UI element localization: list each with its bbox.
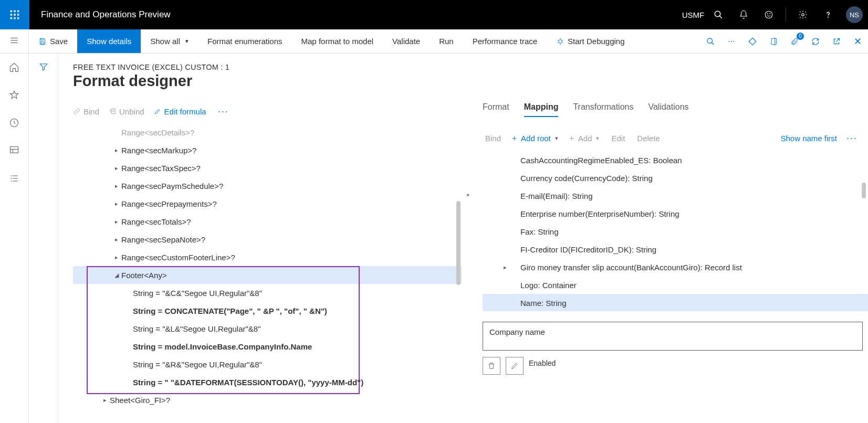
toolbar-diamond-icon[interactable] (742, 29, 763, 54)
bind-button[interactable]: Bind (73, 107, 99, 116)
toolbar-close-icon[interactable]: ✕ (847, 29, 868, 54)
left-pane-toolbar: Bind Unbind Edit formula ··· (73, 102, 462, 120)
tree-row[interactable]: String = "&R&"Segoe UI,Regular"&8" (73, 355, 462, 373)
workspace-icon[interactable] (9, 145, 19, 158)
right-tabs: Format Mapping Transformations Validatio… (483, 102, 868, 121)
svg-line-22 (558, 40, 559, 40)
toolbar-popout-icon[interactable] (826, 29, 847, 54)
tree-row[interactable]: String = CONCATENATE("Page", " &P ", "of… (73, 302, 462, 320)
right-toolbar-more-icon[interactable]: ··· (846, 133, 868, 144)
run-button[interactable]: Run (430, 29, 463, 53)
tree-row[interactable]: String = "&L&"Segoe UI,Regular"&8" (73, 320, 462, 337)
toolbar-attachment-icon[interactable]: 0 (784, 29, 805, 54)
show-name-first-button[interactable]: Show name first (780, 134, 837, 143)
left-toolbar-more-icon[interactable]: ··· (216, 106, 231, 117)
enabled-label: Enabled (529, 357, 556, 367)
start-debugging-button[interactable]: Start Debugging (547, 29, 634, 53)
tree-row[interactable]: ▸Range<secPaymSchedule>? (73, 177, 462, 195)
clock-icon[interactable] (9, 118, 19, 131)
filter-icon[interactable] (39, 62, 48, 423)
svg-point-20 (559, 39, 562, 43)
company-name-field[interactable]: Company name (483, 322, 863, 351)
home-icon[interactable] (9, 62, 19, 75)
performance-trace-button[interactable]: Performance trace (463, 29, 547, 53)
tree-row[interactable]: ▸Range<secMarkup>? (73, 141, 462, 159)
left-scrollbar[interactable] (456, 201, 461, 285)
field-edit-button[interactable] (506, 357, 524, 375)
avatar[interactable]: NS (846, 6, 863, 23)
svg-line-24 (558, 42, 559, 43)
add-button[interactable]: ＋Add▾ (568, 133, 600, 143)
modules-icon[interactable] (9, 173, 19, 186)
tab-format[interactable]: Format (483, 102, 509, 116)
tree-row[interactable]: ▸Range<secTaxSpec>? (73, 159, 462, 177)
mapping-row[interactable]: ▸Giro money transfer slip account(BankAc… (483, 258, 868, 276)
svg-point-9 (715, 11, 720, 17)
mapping-row[interactable]: Logo: Container (483, 276, 868, 294)
format-enumerations-button[interactable]: Format enumerations (198, 29, 292, 53)
star-icon[interactable] (9, 90, 19, 103)
tab-mapping[interactable]: Mapping (524, 102, 559, 117)
tab-transformations[interactable]: Transformations (573, 102, 633, 116)
tree-row[interactable]: String = model.InvoiceBase.CompanyInfo.N… (73, 337, 462, 355)
toolbar-search-icon[interactable] (700, 29, 721, 54)
mapping-row[interactable]: FI-Creditor ID(FICreditorID_DK): String (483, 240, 868, 258)
toolbar-office-icon[interactable] (763, 29, 784, 54)
tab-validations[interactable]: Validations (648, 102, 688, 116)
toolbar-more-icon[interactable]: ··· (721, 29, 742, 54)
tree-row[interactable]: String = " "&DATEFORMAT(SESSIONTODAY(), … (73, 373, 462, 391)
tree-row[interactable]: ▸Range<secSepaNote>? (73, 230, 462, 248)
mapping-row[interactable]: Name: String (483, 294, 868, 311)
nav-toggle-icon[interactable] (9, 36, 19, 47)
search-icon[interactable] (706, 0, 731, 29)
svg-rect-0 (11, 10, 12, 12)
tree-row[interactable]: ▸Range<secPrepayments>? (73, 195, 462, 213)
smile-icon[interactable] (756, 0, 781, 29)
mapping-tree[interactable]: CashAccountingRegimeEnabled_ES: BooleanC… (483, 151, 868, 311)
filter-column (29, 54, 58, 423)
unbind-button[interactable]: Unbind (109, 107, 144, 116)
tree-row[interactable]: Range<secDetails>? (73, 123, 462, 141)
help-icon[interactable] (815, 0, 841, 29)
validate-button[interactable]: Validate (383, 29, 430, 53)
mapping-row[interactable]: E-mail(Email): String (483, 187, 868, 205)
mapping-row[interactable]: CashAccountingRegimeEnabled_ES: Boolean (483, 151, 868, 169)
format-tree[interactable]: Range<secDetails>?▸Range<secMarkup>?▸Ran… (73, 123, 462, 423)
right-scrollbar[interactable] (862, 183, 866, 198)
bell-icon[interactable] (731, 0, 756, 29)
edit-formula-button[interactable]: Edit formula (154, 107, 206, 116)
show-details-button[interactable]: Show details (77, 29, 141, 53)
svg-rect-2 (17, 10, 19, 12)
svg-line-28 (712, 43, 714, 45)
map-format-button[interactable]: Map format to model (292, 29, 383, 53)
svg-rect-30 (11, 147, 18, 153)
mapping-row[interactable]: Fax: String (483, 223, 868, 240)
svg-point-13 (770, 13, 770, 14)
right-pane-toolbar: Bind ＋Add root▾ ＋Add▾ Edit Delete Show n… (483, 133, 868, 144)
svg-point-12 (767, 13, 768, 14)
page-title: Format designer (73, 72, 868, 90)
r-delete-button[interactable]: Delete (634, 134, 660, 143)
save-button[interactable]: Save (29, 29, 77, 53)
tree-row[interactable]: ▸Sheet<Giro_FI>? (73, 391, 462, 409)
svg-line-10 (719, 16, 722, 18)
field-delete-button[interactable] (483, 357, 500, 375)
app-launcher-icon[interactable] (0, 0, 29, 29)
pane-splitter[interactable] (462, 102, 472, 423)
svg-point-14 (802, 14, 804, 16)
gear-icon[interactable] (790, 0, 815, 29)
company-label[interactable]: USMF (681, 0, 706, 29)
tree-row[interactable]: String = "&C&"Segoe UI,Regular"&8" (73, 284, 462, 302)
add-root-button[interactable]: ＋Add root▾ (510, 133, 558, 143)
tree-row[interactable]: ◢Footer<Any> (73, 266, 462, 284)
mapping-row[interactable]: Enterprise number(EnterpriseNumber): Str… (483, 205, 868, 223)
tree-row[interactable]: ▸Range<secCustomFooterLine>? (73, 248, 462, 266)
svg-line-23 (562, 40, 563, 40)
r-edit-button[interactable]: Edit (609, 134, 625, 143)
tree-row[interactable]: ▸Range<secTotals>? (73, 213, 462, 230)
r-bind-button[interactable]: Bind (483, 134, 501, 143)
toolbar-refresh-icon[interactable] (805, 29, 826, 54)
mapping-row[interactable]: Currency code(CurrencyCode): String (483, 169, 868, 187)
show-all-button[interactable]: Show all▾ (141, 29, 198, 53)
svg-point-27 (707, 38, 712, 43)
